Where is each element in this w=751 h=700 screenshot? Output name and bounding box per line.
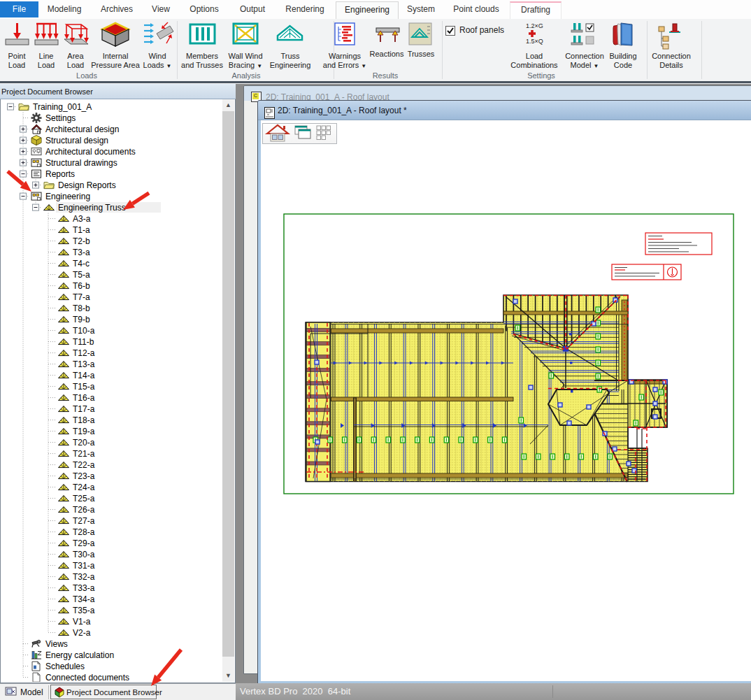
svg-text:V1-a: V1-a [73,617,91,627]
svg-text:Reports: Reports [45,169,75,179]
svg-text:T35-a: T35-a [73,606,95,615]
svg-text:Engineering: Engineering [45,192,90,201]
svg-text:1.2×G: 1.2×G [526,22,543,29]
svg-text:T6-b: T6-b [73,281,90,291]
svg-text:Connected documents: Connected documents [45,673,129,682]
svg-text:T7-a: T7-a [73,292,90,302]
svg-text:T24-a: T24-a [73,483,95,492]
svg-text:T22-a: T22-a [73,460,95,470]
svg-text:T18-a: T18-a [73,415,95,425]
svg-text:T25-a: T25-a [73,494,95,503]
svg-text:T9-b: T9-b [73,315,90,324]
svg-text:T30-a: T30-a [73,550,95,559]
svg-text:V2-a: V2-a [73,628,91,638]
svg-text:T4-c: T4-c [73,259,90,269]
svg-text:Structural drawings: Structural drawings [45,158,117,168]
svg-text:1.5×Q: 1.5×Q [526,38,543,45]
svg-text:T13-a: T13-a [73,359,95,369]
svg-text:T26-a: T26-a [73,505,95,515]
svg-text:Views: Views [45,639,68,649]
svg-text:T5-a: T5-a [73,270,90,280]
svg-text:T32-a: T32-a [73,572,95,582]
svg-text:Structural design: Structural design [45,136,108,145]
svg-text:T21-a: T21-a [73,449,95,459]
svg-text:Schedules: Schedules [45,662,85,671]
svg-text:T3-a: T3-a [73,248,90,257]
svg-text:T19-a: T19-a [73,427,95,436]
svg-text:Training_001_A: Training_001_A [33,102,92,112]
svg-text:T8-b: T8-b [73,303,90,313]
svg-text:T17-a: T17-a [73,404,95,414]
svg-text:T29-a: T29-a [73,538,95,548]
svg-text:Settings: Settings [45,113,76,123]
svg-text:T16-a: T16-a [73,393,95,403]
svg-text:Design Reports: Design Reports [58,180,116,190]
svg-text:T28-a: T28-a [73,527,95,537]
svg-text:T20-a: T20-a [73,438,95,448]
svg-text:T27-a: T27-a [73,516,95,526]
svg-text:T12-a: T12-a [73,348,95,358]
svg-text:Architectural design: Architectural design [45,124,119,134]
svg-text:A3-a: A3-a [73,214,91,224]
svg-text:T15-a: T15-a [73,382,95,392]
svg-text:Architectural documents: Architectural documents [45,147,136,157]
svg-text:T10-a: T10-a [73,326,95,336]
svg-text:T33-a: T33-a [73,583,95,593]
svg-text:Energy calculation: Energy calculation [45,650,114,660]
svg-text:T1-a: T1-a [73,225,90,235]
svg-text:T31-a: T31-a [73,561,95,571]
svg-text:T2-b: T2-b [73,236,90,246]
svg-text:T14-a: T14-a [73,371,95,380]
svg-text:T34-a: T34-a [73,594,95,604]
svg-text:T11-b: T11-b [73,337,94,347]
svg-text:T23-a: T23-a [73,471,95,481]
svg-text:Engineering Truss: Engineering Truss [58,203,126,213]
